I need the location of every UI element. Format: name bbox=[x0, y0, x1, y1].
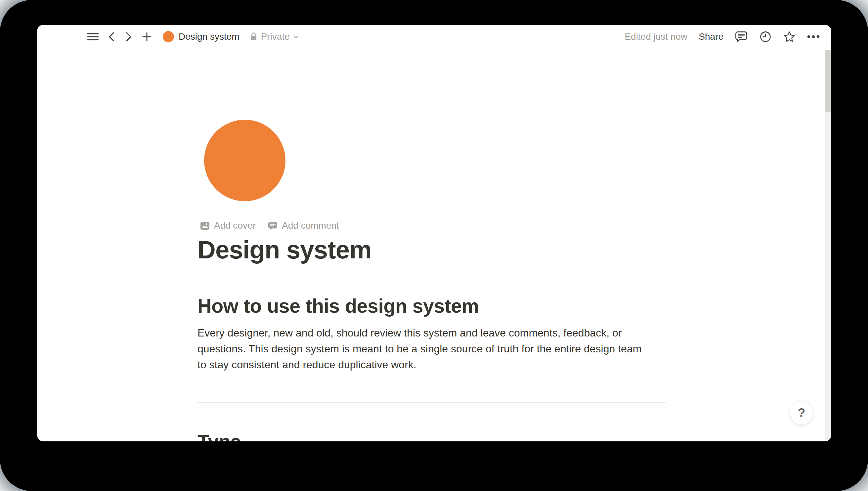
next-section-heading[interactable]: Type bbox=[198, 430, 665, 441]
page-emoji-icon[interactable] bbox=[204, 120, 286, 201]
scrollbar-track[interactable] bbox=[825, 50, 831, 440]
window-frame: Design system Private Edite bbox=[0, 0, 868, 491]
add-comment-label: Add comment bbox=[282, 220, 339, 231]
edited-status: Edited just now bbox=[625, 31, 687, 42]
question-mark-icon: ? bbox=[798, 406, 806, 420]
add-cover-button[interactable]: Add cover bbox=[200, 220, 256, 231]
privacy-menu[interactable]: Private bbox=[249, 31, 299, 42]
divider bbox=[198, 402, 665, 403]
intro-paragraph[interactable]: Every designer, new and old, should revi… bbox=[198, 325, 665, 373]
page-scroll-area: Add cover Add comment Design system Ho bbox=[37, 49, 831, 441]
breadcrumb[interactable]: Design system bbox=[163, 31, 239, 42]
orange-circle-page-icon bbox=[163, 31, 174, 42]
help-button[interactable]: ? bbox=[789, 401, 813, 425]
privacy-label: Private bbox=[261, 31, 290, 42]
share-button[interactable]: Share bbox=[699, 31, 723, 42]
hamburger-menu-icon bbox=[87, 32, 98, 42]
toolbar-left-group: Design system Private bbox=[87, 31, 299, 42]
toolbar-right-group: Edited just now Share bbox=[625, 30, 820, 43]
page-content: Add cover Add comment Design system Ho bbox=[198, 120, 665, 441]
forward-button[interactable] bbox=[124, 31, 133, 42]
plus-icon bbox=[142, 31, 152, 42]
comment-bubble-icon bbox=[735, 30, 748, 43]
back-chevron-icon bbox=[107, 31, 116, 42]
comments-button[interactable] bbox=[735, 30, 748, 43]
updates-button[interactable] bbox=[759, 30, 772, 43]
favorite-button[interactable] bbox=[783, 30, 796, 43]
image-cover-icon bbox=[200, 221, 210, 231]
notion-window: Design system Private Edite bbox=[37, 25, 831, 441]
paragraph-line: Every designer, new and old, should revi… bbox=[198, 325, 665, 341]
star-icon bbox=[783, 30, 796, 43]
paragraph-line: questions. This design system is meant t… bbox=[198, 341, 665, 357]
breadcrumb-title: Design system bbox=[179, 31, 239, 42]
sidebar-toggle-button[interactable] bbox=[87, 32, 98, 42]
add-page-button[interactable] bbox=[142, 31, 152, 42]
add-cover-label: Add cover bbox=[214, 220, 256, 231]
chevron-down-icon bbox=[293, 35, 299, 39]
ellipsis-icon bbox=[807, 35, 820, 39]
lock-icon bbox=[249, 32, 258, 42]
forward-chevron-icon bbox=[124, 31, 133, 42]
scrollbar-thumb[interactable] bbox=[825, 50, 831, 112]
section-heading[interactable]: How to use this design system bbox=[198, 294, 665, 318]
page-action-row: Add cover Add comment bbox=[200, 220, 665, 231]
page-title[interactable]: Design system bbox=[198, 235, 665, 265]
clock-history-icon bbox=[759, 30, 772, 43]
more-options-button[interactable] bbox=[807, 35, 820, 39]
comment-filled-icon bbox=[268, 221, 278, 231]
top-toolbar: Design system Private Edite bbox=[37, 25, 831, 49]
back-button[interactable] bbox=[107, 31, 116, 42]
add-comment-button[interactable]: Add comment bbox=[268, 220, 339, 231]
paragraph-line: to stay consistent and reduce duplicativ… bbox=[198, 357, 665, 373]
